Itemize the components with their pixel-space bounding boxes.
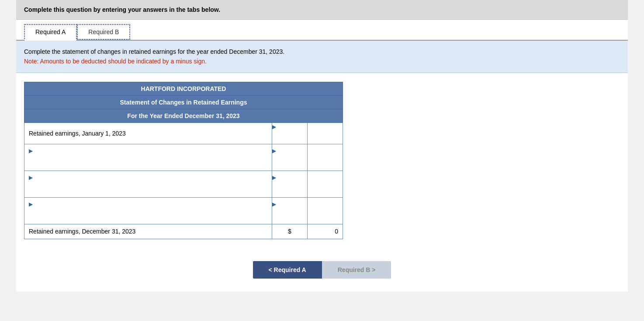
row1-value-cell[interactable]: ▶ xyxy=(272,122,308,144)
row3-arrow: ▶ xyxy=(29,174,33,181)
row3-value-input[interactable] xyxy=(272,181,307,195)
prev-button[interactable]: < Required A xyxy=(253,261,322,279)
row2-value-cell[interactable]: ▶ xyxy=(272,144,308,171)
table-row: Retained earnings, January 1, 2023 ▶ xyxy=(24,122,343,144)
row5-label-text: Retained earnings, December 31, 2023 xyxy=(29,228,135,235)
row5-value-text: 0 xyxy=(335,228,338,235)
table-row: ▶ ▶ xyxy=(24,197,343,224)
row1-label: Retained earnings, January 1, 2023 xyxy=(24,122,272,144)
instruction-bar: Complete this question by entering your … xyxy=(16,0,628,20)
statement-table: HARTFORD INCORPORATED Statement of Chang… xyxy=(24,82,343,239)
table-header-1: HARTFORD INCORPORATED xyxy=(24,82,343,95)
row2-value-arrow: ▶ xyxy=(272,148,276,154)
row2-number-input[interactable] xyxy=(312,150,338,164)
content-area: Complete the statement of changes in ret… xyxy=(16,41,628,292)
row5-dollar: $ xyxy=(272,224,308,239)
note-bar: Complete the statement of changes in ret… xyxy=(16,41,628,73)
table-period: For the Year Ended December 31, 2023 xyxy=(24,109,343,122)
note-main: Complete the statement of changes in ret… xyxy=(24,47,620,56)
row4-arrow: ▶ xyxy=(29,201,33,207)
row2-arrow: ▶ xyxy=(29,148,33,154)
row1-number-input[interactable] xyxy=(312,126,338,140)
row3-label-cell[interactable]: ▶ xyxy=(24,171,272,197)
row1-label-text: Retained earnings, January 1, 2023 xyxy=(29,130,126,137)
row3-number-cell[interactable] xyxy=(308,171,343,197)
row4-value-cell[interactable]: ▶ xyxy=(272,197,308,224)
row1-input[interactable] xyxy=(272,130,307,144)
table-header-2: Statement of Changes in Retained Earning… xyxy=(24,95,343,109)
row5-label: Retained earnings, December 31, 2023 xyxy=(24,224,272,239)
row5-value: 0 xyxy=(308,224,343,239)
tab-required-b[interactable]: Required B xyxy=(77,24,130,40)
row3-label-input[interactable] xyxy=(29,181,267,195)
tab-required-a[interactable]: Required A xyxy=(24,24,77,41)
row2-label-input[interactable] xyxy=(29,154,267,168)
next-button[interactable]: Required B > xyxy=(322,261,391,279)
table-row: Retained earnings, December 31, 2023 $ 0 xyxy=(24,224,343,239)
row3-value-cell[interactable]: ▶ xyxy=(272,171,308,197)
row1-arrow: ▶ xyxy=(272,124,276,130)
page-wrapper: Complete this question by entering your … xyxy=(16,0,628,321)
note-sub: Note: Amounts to be deducted should be i… xyxy=(24,56,620,66)
row2-number-cell[interactable] xyxy=(308,144,343,171)
row4-label-cell[interactable]: ▶ xyxy=(24,197,272,224)
table-row: ▶ ▶ xyxy=(24,144,343,171)
row4-value-arrow: ▶ xyxy=(272,201,276,207)
tabs-area: Required A Required B xyxy=(16,20,628,41)
table-row: ▶ ▶ xyxy=(24,171,343,197)
row1-number-cell[interactable] xyxy=(308,122,343,144)
navigation-buttons: < Required A Required B > xyxy=(16,252,628,292)
row3-value-arrow: ▶ xyxy=(272,174,276,181)
table-header-3: For the Year Ended December 31, 2023 xyxy=(24,109,343,122)
row2-value-input[interactable] xyxy=(272,154,307,168)
row3-number-input[interactable] xyxy=(312,177,338,191)
row4-number-cell[interactable] xyxy=(308,197,343,224)
next-button-label: Required B > xyxy=(338,266,376,273)
row4-value-input[interactable] xyxy=(272,207,307,221)
row4-label-input[interactable] xyxy=(29,207,267,221)
prev-button-label: < Required A xyxy=(269,266,306,273)
row4-number-input[interactable] xyxy=(312,204,338,218)
instruction-text: Complete this question by entering your … xyxy=(24,6,220,13)
row5-dollar-sign: $ xyxy=(288,228,291,235)
tab-required-a-label: Required A xyxy=(35,28,66,35)
table-title: HARTFORD INCORPORATED xyxy=(24,82,343,95)
row2-label-cell[interactable]: ▶ xyxy=(24,144,272,171)
table-section: HARTFORD INCORPORATED Statement of Chang… xyxy=(16,73,628,252)
tab-required-b-label: Required B xyxy=(88,28,119,35)
table-subtitle: Statement of Changes in Retained Earning… xyxy=(24,95,343,109)
